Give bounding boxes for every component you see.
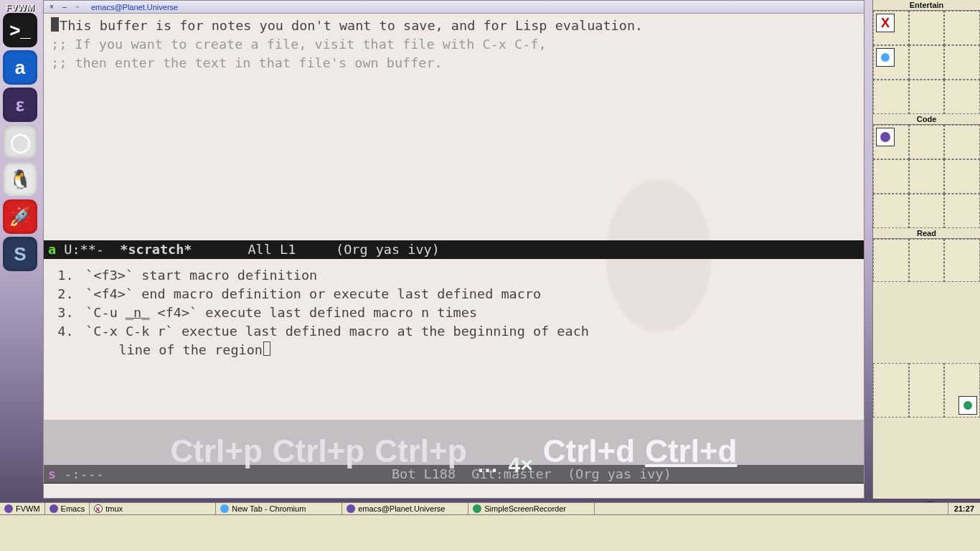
pager-desk[interactable] [909, 125, 945, 159]
macro-help-list: `<f3>` start macro definition `<f4>` end… [52, 266, 855, 359]
pager-desk[interactable] [944, 194, 980, 228]
point-cursor [263, 342, 270, 356]
pager-desk[interactable] [909, 194, 945, 228]
pager-desk[interactable] [944, 80, 980, 114]
pager-desk[interactable] [944, 11, 980, 45]
keycast-key-current: Ctrl+d [645, 433, 737, 469]
taskbar-spacer [595, 503, 948, 514]
keycast-key: Ctrl+d [543, 433, 635, 469]
keycast-repeat-count: 4× [509, 453, 533, 483]
list-item: `<f3>` start macro definition [82, 266, 855, 285]
keycast-ellipsis: … [477, 453, 499, 483]
pager-desk[interactable] [944, 159, 980, 194]
pager-desk[interactable] [873, 80, 909, 114]
pager-desk[interactable] [944, 125, 980, 159]
list-item: `<f4>` end macro definition or execute l… [82, 285, 855, 303]
task-emacs[interactable]: Emacs [45, 503, 90, 514]
keycast-key: Ctrl+p [273, 433, 364, 469]
pager-section-title: Entertain [873, 0, 980, 11]
wm-name-label: FVWM [6, 2, 34, 13]
point-cursor [51, 17, 59, 32]
emacs-icon [50, 504, 58, 513]
minimize-icon[interactable]: – [61, 4, 68, 11]
pager-desk[interactable] [873, 125, 909, 159]
pager-desk[interactable] [909, 159, 945, 194]
pager-desk[interactable] [873, 194, 909, 228]
pager-grid-code[interactable] [873, 125, 980, 228]
buffer-name: *scratch* [112, 240, 192, 259]
pager-desk[interactable] [873, 45, 909, 80]
scratch-line: ;; If you want to create a file, visit t… [51, 35, 857, 54]
pager-miniwin-recorder-icon[interactable] [958, 396, 977, 415]
pager-desk[interactable] [873, 239, 909, 282]
dock-emacs-icon[interactable]: ε [3, 88, 37, 122]
pager-desk[interactable] [873, 363, 909, 418]
pager-desk[interactable]: X [873, 11, 909, 45]
fvwm-icon [4, 504, 13, 513]
pager-panel: Entertain X Code Read [872, 0, 980, 499]
maximize-icon[interactable]: ▫ [74, 4, 81, 11]
task-emacs-window[interactable]: emacs@Planet.Universe [342, 503, 468, 514]
task-screenrecorder[interactable]: SimpleScreenRecorder [468, 503, 595, 514]
pager-desk[interactable] [873, 159, 909, 194]
pager-miniwin-x-icon[interactable]: X [876, 14, 895, 32]
modeline-top[interactable]: a U:**- *scratch* All L1 (Org yas ivy) [44, 240, 864, 259]
pager-desk[interactable] [909, 239, 945, 282]
dock-pidgin-icon[interactable]: 🐧 [3, 162, 37, 197]
taskbar: FVWM Emacs tmux New Tab - Chromium emacs… [0, 502, 980, 515]
pager-desk[interactable] [944, 363, 980, 418]
dock-chromium-icon[interactable]: ◯ [3, 125, 37, 159]
pager-desk[interactable] [944, 239, 980, 282]
evil-state-indicator: a [48, 240, 56, 259]
close-icon[interactable]: × [48, 4, 55, 11]
keycast-key: Ctrl+p [170, 433, 262, 469]
left-dock: >_ a ε ◯ 🐧 🚀 S [3, 13, 40, 271]
clock: 21:27 [948, 503, 980, 514]
emacs-icon [347, 504, 355, 513]
task-tmux[interactable]: tmux [90, 503, 216, 514]
list-item: `C-u _n_ <f4>` execute last defined macr… [82, 303, 855, 322]
chromium-icon [220, 504, 229, 513]
pager-desk[interactable] [909, 11, 945, 45]
dock-terminal-icon[interactable]: >_ [3, 13, 37, 47]
scratch-line: This buffer is for notes you don't want … [51, 17, 857, 35]
pager-miniwin-emacs-icon[interactable] [876, 128, 895, 146]
position-indicator: All L1 [248, 240, 296, 259]
modeline-flags: U:**- [56, 240, 112, 259]
dock-app-a-icon[interactable]: a [3, 50, 37, 85]
scratch-line: ;; then enter the text in that file's ow… [51, 54, 857, 72]
recorder-icon [473, 504, 481, 513]
pager-section-title: Code [873, 114, 980, 125]
minor-modes: (Org yas ivy) [336, 240, 440, 259]
dock-launcher-icon[interactable]: 🚀 [3, 199, 37, 234]
scratch-buffer-pane[interactable]: This buffer is for notes you don't want … [44, 14, 864, 240]
pager-grid-entertain[interactable]: X [873, 11, 980, 114]
pager-section-title: Read [873, 228, 980, 239]
pager-desk[interactable] [909, 363, 945, 418]
window-title: emacs@Planet.Universe [91, 3, 178, 11]
pager-desk[interactable] [909, 45, 945, 80]
pager-desk[interactable] [909, 80, 945, 114]
task-fvwm[interactable]: FVWM [0, 503, 45, 514]
keycast-key: Ctrl+p [374, 433, 466, 469]
tmux-icon [94, 504, 103, 513]
list-item: `C-x C-k r` exectue last defined macro a… [82, 322, 855, 359]
task-chromium[interactable]: New Tab - Chromium [216, 503, 342, 514]
pager-grid-read[interactable] [873, 239, 980, 499]
panel-background [0, 515, 980, 551]
pager-desk[interactable] [944, 45, 980, 80]
keycast-overlay: Ctrl+p Ctrl+p Ctrl+p … 4× Ctrl+d Ctrl+d [43, 420, 864, 483]
dock-app-s-icon[interactable]: S [3, 237, 37, 271]
pager-miniwin-chromium-icon[interactable] [876, 48, 895, 67]
minibuffer[interactable] [44, 484, 864, 498]
window-titlebar[interactable]: × – ▫ emacs@Planet.Universe [44, 1, 864, 14]
